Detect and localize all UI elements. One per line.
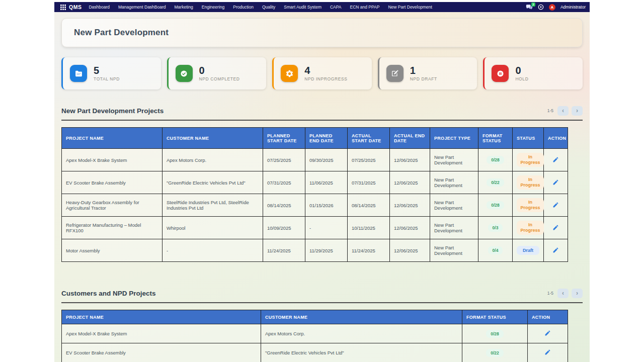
page-title-card: New Part Development (61, 18, 583, 47)
next-page-button[interactable]: › (572, 289, 583, 298)
stat-card-hold[interactable]: 0HOLD (483, 57, 583, 89)
format-status-cell: 0/28 (462, 324, 528, 343)
customers-pagination: 1-5 ‹ › (547, 289, 583, 298)
section-divider (61, 120, 583, 121)
nav-item-management-dashboard[interactable]: Management DashBoard (118, 5, 166, 10)
customer-name-cell: - (163, 239, 263, 262)
nav-item-ecn-and-ppap[interactable]: ECN and PPAP (350, 5, 380, 10)
format-status-cell: 0/22 (462, 343, 528, 362)
actual-end-cell: 12/06/2025 (390, 171, 430, 194)
project-name-cell: Heavy-Duty Gearbox Assembly for Agricult… (62, 194, 163, 217)
format-status-badge: 0/22 (487, 178, 504, 187)
status-cell: In Progress (513, 194, 544, 217)
actual-start-cell: 11/24/2025 (348, 239, 390, 262)
nav-item-capa[interactable]: CAPA (330, 5, 342, 10)
table-row: Motor Assembly-11/24/202511/29/202511/24… (62, 239, 568, 262)
prev-page-button[interactable]: ‹ (557, 106, 569, 116)
customers-npd-table: PROJECT NAMECUSTOMER NAMEFORMAT STATUSAC… (61, 310, 568, 362)
user-name[interactable]: Administrator (560, 5, 586, 10)
column-header: CUSTOMER NAME (163, 128, 263, 149)
edit-icon[interactable] (552, 202, 559, 208)
stat-value: 1 (410, 65, 437, 75)
stat-card-npd-inprogress[interactable]: 4NPD INPROGRESS (272, 57, 372, 89)
actual-end-cell: 12/06/2025 (390, 239, 430, 262)
customer-name-cell: "GreenRide Electric Vehicles Pvt Ltd" (261, 343, 462, 362)
column-header: PROJECT NAME (62, 310, 261, 324)
nav-item-smart-audit-system[interactable]: Smart Audit System (284, 5, 321, 10)
customer-name-cell: Apex Motors Corp. (261, 324, 462, 343)
settings-gear-icon[interactable] (538, 4, 544, 10)
status-badge: In Progress (517, 221, 544, 235)
stat-card-npd-completed[interactable]: 0NPD COMPLETED (167, 57, 267, 89)
column-header: ACTUAL END DATE (390, 128, 430, 149)
nav-item-engineering[interactable]: Engineering (202, 5, 224, 10)
nav-item-quality[interactable]: Quality (262, 5, 275, 10)
edit-icon[interactable] (552, 156, 559, 163)
nav-item-new-part-development[interactable]: New Part Development (388, 5, 432, 10)
edit-icon[interactable] (544, 349, 551, 355)
column-header: FORMAT STATUS (462, 310, 528, 324)
check-circle-icon (176, 65, 193, 82)
column-header: FORMAT STATUS (478, 128, 513, 149)
pagination-range: 1-5 (547, 291, 553, 296)
npd-projects-table: PROJECT NAMECUSTOMER NAMEPLANNED START D… (61, 127, 568, 262)
format-status-cell: 0/28 (478, 194, 513, 217)
nav-item-dashboard[interactable]: Dashboard (89, 5, 110, 10)
status-badge: In Progress (517, 153, 544, 167)
stat-card-total-npd[interactable]: 5TOTAL NPD (61, 57, 161, 89)
brand-logo[interactable]: QMS (69, 4, 82, 10)
table-row: Apex Model-X Brake SystemApex Motors Cor… (62, 324, 568, 343)
planned-start-cell: 08/14/2025 (263, 194, 305, 217)
table-row: EV Scooter Brake Assembly"GreenRide Elec… (62, 171, 568, 194)
column-header: ACTUAL START DATE (348, 128, 390, 149)
format-status-cell: 0/4 (478, 239, 513, 262)
format-status-cell: 0/22 (478, 171, 513, 194)
column-header: ACTION (544, 128, 568, 149)
format-status-cell: 0/28 (478, 149, 513, 171)
format-status-badge: 0/28 (486, 330, 504, 338)
stat-value: 0 (515, 65, 528, 75)
table-row: EV Scooter Brake Assembly"GreenRide Elec… (62, 343, 568, 362)
column-header: PROJECT TYPE (430, 128, 478, 149)
nav-menu: DashboardManagement DashBoardMarketingEn… (89, 5, 526, 10)
planned-start-cell: 07/25/2025 (263, 149, 305, 171)
planned-start-cell: 07/31/2025 (263, 171, 305, 194)
planned-end-cell: 11/29/2025 (305, 239, 348, 262)
actual-end-cell: 12/06/2025 (390, 194, 430, 217)
app-window: QMS DashboardManagement DashBoardMarketi… (54, 0, 590, 362)
actual-start-cell: 07/31/2025 (348, 171, 390, 194)
projects-pagination: 1-5 ‹ › (547, 106, 583, 116)
edit-icon[interactable] (552, 247, 559, 253)
stat-card-npd-draft[interactable]: 1NPD DRAFT (378, 57, 477, 89)
planned-end-cell: 01/15/2026 (305, 194, 348, 217)
section-title-projects: New Part Development Projects (61, 107, 164, 115)
stat-label: TOTAL NPD (94, 76, 120, 81)
actual-end-cell: 12/06/2025 (390, 217, 430, 239)
next-page-button[interactable]: › (572, 106, 583, 116)
user-avatar[interactable]: A (549, 4, 555, 11)
stat-label: NPD INPROGRESS (304, 76, 347, 81)
edit-icon[interactable] (552, 224, 559, 231)
status-badge: Draft (517, 246, 539, 255)
stats-row: 5TOTAL NPD0NPD COMPLETED4NPD INPROGRESS1… (61, 57, 583, 89)
status-badge: In Progress (517, 198, 544, 212)
page-body: New Part Development 5TOTAL NPD0NPD COMP… (54, 12, 590, 362)
actual-end-cell: 12/06/2025 (390, 149, 430, 171)
chat-icon[interactable]: 2 (526, 5, 533, 10)
project-type-cell: New Part Development (430, 149, 478, 171)
project-type-cell: New Part Development (430, 194, 478, 217)
actual-start-cell: 07/25/2025 (348, 149, 390, 171)
edit-icon[interactable] (544, 330, 551, 336)
apps-grid-icon[interactable] (60, 5, 66, 10)
page-title: New Part Development (74, 28, 169, 38)
nav-item-production[interactable]: Production (233, 5, 254, 10)
column-header: CUSTOMER NAME (261, 310, 462, 324)
nav-item-marketing[interactable]: Marketing (175, 5, 193, 10)
status-cell: In Progress (513, 171, 544, 194)
npd-projects-section: New Part Development Projects 1-5 ‹ › PR… (61, 105, 583, 262)
format-status-badge: 0/28 (487, 156, 504, 164)
edit-icon[interactable] (552, 179, 559, 186)
column-header: STATUS (513, 128, 544, 149)
prev-page-button[interactable]: ‹ (557, 289, 569, 298)
customer-name-cell: "GreenRide Electric Vehicles Pvt Ltd" (163, 171, 263, 194)
